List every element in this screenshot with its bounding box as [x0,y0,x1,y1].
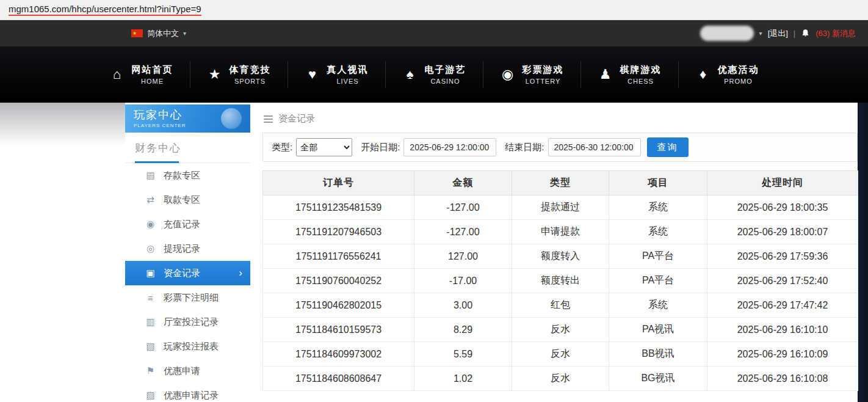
username-blurred[interactable] [700,26,754,41]
col-order-id: 订单号 [263,171,414,196]
nav-label: 体育竞技 [230,64,271,76]
nav-item-promo[interactable]: ♦ 优惠活动PROMO [678,61,776,88]
cell-amount: 1.02 [414,367,512,391]
filter-panel: 类型: 全部 开始日期: 结束日期: 查询 [262,133,858,162]
sidebar-title: 玩家中心 [134,108,250,122]
table-row: 1751190462802015 3.00 红包 系统 2025-06-29 1… [263,293,858,318]
table-row: 1751191176556241 127.00 额度转入 PA平台 2025-0… [263,244,858,269]
page: mgm1065.com/hhcp/usercenter.html?iniType… [0,0,868,402]
cell-order-id: 1751190462802015 [263,293,414,318]
nav-sublabel: LOTTERY [526,78,561,85]
nav-sublabel: HOME [141,78,164,85]
nav-item-lottery[interactable]: ◉ 彩票游戏LOTTERY [483,61,580,88]
sidebar-item-label: 充值记录 [164,219,200,230]
cell-project: BG视讯 [609,367,707,391]
breadcrumb: 资金记录 [262,103,858,133]
lottery-icon: ◉ [500,67,516,82]
withdraw-log-icon: ◎ [145,243,156,254]
search-button[interactable]: 查询 [647,137,689,157]
cell-type: 申请提款 [512,220,609,244]
divider: | [794,29,795,38]
hall-bets-icon: ▥ [145,316,156,327]
nav-label: 真人视讯 [327,64,369,76]
table-header-row: 订单号 金额 类型 项目 处理时间 [263,171,858,196]
sidebar-item-promo-apply[interactable]: ⚑ 优惠申请 [125,359,250,383]
start-date-input[interactable] [403,138,496,156]
funds-table: 订单号 金额 类型 项目 处理时间 1751191235481539 -127.… [262,170,858,391]
cell-time: 2025-06-29 17:59:36 [707,244,858,269]
withdraw-zone-icon: ⇄ [145,194,156,205]
nav-item-sports[interactable]: ★ 体育竞技SPORTS [190,61,288,88]
chess-icon: ♟ [598,67,613,82]
cell-type: 反水 [512,367,609,391]
sidebar-item-label: 取款专区 [164,194,200,206]
sports-icon: ★ [207,67,223,82]
logout-link[interactable]: [退出] [768,28,788,39]
sidebar-item-hall-bets[interactable]: ▥ 厅室投注记录 [125,310,250,334]
china-flag-icon: ★ [131,29,143,37]
messages-link[interactable]: (63) 新消息 [816,28,856,39]
sidebar-item-player-report[interactable]: ▧ 玩家投注报表 [125,334,250,359]
table-row: 1751184608608647 1.02 反水 BG视讯 2025-06-29… [263,367,858,391]
report-icon: ▧ [145,341,156,352]
nav-item-casino[interactable]: ♠ 电子游艺CASINO [385,61,483,88]
col-type: 类型 [512,171,609,196]
account-bar: ★ 简体中文 ▾ ▾ [退出] | (63) 新消息 [0,20,868,46]
end-date-input[interactable] [548,138,641,156]
page-url[interactable]: mgm1065.com/hhcp/usercenter.html?iniType… [9,4,201,16]
lottery-bets-icon: ≡ [145,293,156,303]
sidebar-item-withdraw-log[interactable]: ◎ 提现记录 [125,236,250,261]
table-row: 1751190760040252 -17.00 额度转出 PA平台 2025-0… [263,269,858,293]
sidebar-item-recharge-log[interactable]: ◉ 充值记录 [125,212,250,236]
content-area: 玩家中心 PLAYERS CENTER 财务中心 ▤ 存款专区 ⇄ 取款专区 ◉… [0,103,868,402]
sidebar-item-withdraw-zone[interactable]: ⇄ 取款专区 [125,188,250,212]
language-selector[interactable]: ★ 简体中文 ▾ [131,28,186,39]
cell-type: 反水 [512,318,609,342]
col-amount: 金额 [414,171,512,196]
promo-apply-icon: ⚑ [145,365,156,376]
cell-time: 2025-06-29 16:10:08 [707,367,858,391]
cell-type: 反水 [512,342,609,367]
sidebar-item-funds-log[interactable]: ▣ 资金记录 › [125,261,250,285]
nav-label: 优惠活动 [718,64,759,76]
type-select[interactable]: 全部 [296,138,352,156]
cell-amount: -127.00 [414,220,512,244]
cell-amount: 5.59 [414,342,512,367]
sidebar: 玩家中心 PLAYERS CENTER 财务中心 ▤ 存款专区 ⇄ 取款专区 ◉… [125,104,250,402]
sidebar-section-finance[interactable]: 财务中心 [125,133,250,163]
main-panel: 资金记录 类型: 全部 开始日期: 结束日期: 查询 [262,103,858,391]
nav-item-lives[interactable]: ♥ 真人视讯LIVES [288,61,385,88]
chip-icon: ♠ [402,67,418,82]
cell-order-id: 1751191235481539 [263,196,414,220]
table-row: 1751184610159573 8.29 反水 PA视讯 2025-06-29… [263,318,858,342]
sidebar-item-deposit[interactable]: ▤ 存款专区 [125,163,250,188]
chevron-down-icon: ▾ [183,30,186,37]
browser-url-bar[interactable]: mgm1065.com/hhcp/usercenter.html?iniType… [0,0,868,20]
nav-label: 棋牌游戏 [620,64,662,76]
main-nav: ⌂ 网站首页HOME ★ 体育竞技SPORTS ♥ 真人视讯LIVES ♠ 电子… [0,46,868,103]
nav-sublabel: LIVES [336,78,358,85]
nav-label: 网站首页 [132,64,173,76]
cell-project: PA平台 [609,244,707,269]
nav-sublabel: SPORTS [234,78,266,85]
nav-item-chess[interactable]: ♟ 棋牌游戏CHESS [580,61,678,88]
chevron-down-icon[interactable]: ▾ [759,30,762,37]
gift-icon: ♦ [695,67,711,82]
sidebar-item-promo-record[interactable]: ▨ 优惠申请记录 [125,383,250,402]
cell-time: 2025-06-29 18:00:35 [707,196,858,220]
bell-icon[interactable] [801,29,810,38]
cell-order-id: 1751191176556241 [263,244,414,269]
sidebar-item-label: 彩票下注明细 [164,292,219,304]
cell-amount: 127.00 [414,244,512,269]
deposit-icon: ▤ [145,170,156,181]
language-label: 简体中文 [147,28,179,39]
promo-record-icon: ▨ [145,390,156,401]
col-project: 项目 [609,171,707,196]
sidebar-item-lottery-bets[interactable]: ≡ 彩票下注明细 [125,285,250,310]
cell-time: 2025-06-29 17:52:40 [707,269,858,293]
account-actions: ▾ [退出] | (63) 新消息 [700,26,856,41]
nav-sublabel: PROMO [724,78,753,85]
nav-item-home[interactable]: ⌂ 网站首页HOME [93,61,190,88]
sidebar-item-label: 存款专区 [164,170,200,181]
cell-project: PA平台 [609,269,707,293]
